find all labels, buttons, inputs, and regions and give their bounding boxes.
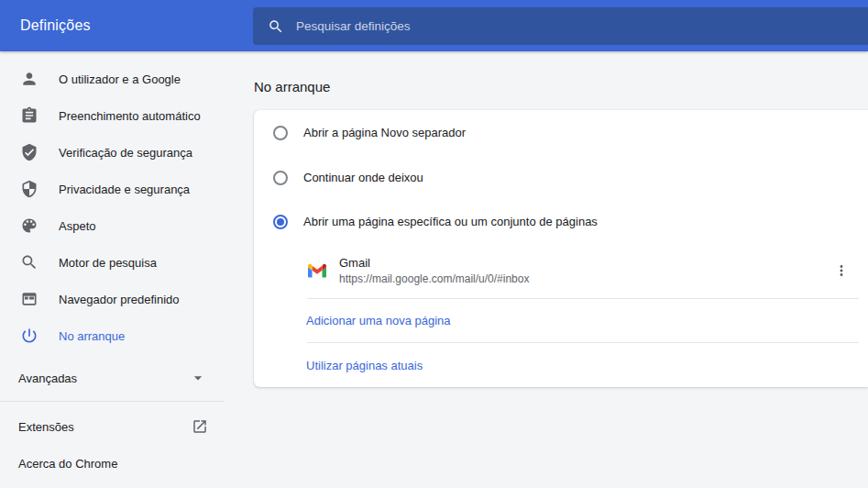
sidebar-advanced-toggle[interactable]: Avançadas	[0, 360, 225, 396]
sidebar-item-label: Navegador predefinido	[59, 293, 180, 306]
startup-option-new-tab[interactable]: Abrir a página Novo separador	[254, 110, 868, 155]
settings-layout: O utilizador e a Google Preenchimento au…	[0, 51, 868, 488]
more-actions-button[interactable]	[830, 260, 852, 282]
radio-button[interactable]	[273, 171, 288, 185]
sidebar-item-search-engine[interactable]: Motor de pesquisa	[0, 244, 225, 281]
gmail-icon	[308, 261, 326, 280]
sidebar-divider	[0, 401, 225, 402]
sidebar-item-label: Preenchimento automático	[59, 109, 201, 123]
shield-icon	[20, 180, 38, 198]
startup-option-specific-pages[interactable]: Abrir uma página específica ou um conjun…	[254, 200, 868, 243]
sidebar-advanced-label: Avançadas	[18, 372, 77, 385]
radio-label: Continuar onde deixou	[303, 171, 423, 184]
sidebar-extensions-label: Extensões	[18, 420, 74, 434]
startup-page-url: https://mail.google.com/mail/u/0/#inbox	[339, 272, 830, 285]
sidebar-item-label: Verificação de segurança	[59, 146, 192, 160]
sidebar-item-about-chrome[interactable]: Acerca do Chrome	[0, 445, 225, 482]
radio-label: Abrir a página Novo separador	[303, 126, 466, 139]
startup-page-name: Gmail	[339, 256, 830, 270]
search-icon	[20, 253, 38, 272]
chevron-down-icon	[189, 369, 207, 387]
on-startup-card: Abrir a página Novo separador Continuar …	[254, 110, 868, 387]
settings-sidebar: O utilizador e a Google Preenchimento au…	[0, 51, 225, 488]
palette-icon	[20, 216, 38, 235]
search-input[interactable]	[296, 19, 868, 33]
clipboard-icon	[20, 106, 38, 125]
radio-button-selected[interactable]	[273, 215, 288, 229]
sidebar-item-label: No arranque	[59, 329, 125, 343]
search-icon	[268, 18, 284, 35]
startup-option-continue[interactable]: Continuar onde deixou	[254, 155, 868, 200]
sidebar-item-label: Motor de pesquisa	[59, 256, 157, 270]
sidebar-item-label: O utilizador e a Google	[59, 72, 181, 86]
sidebar-item-label: Privacidade e segurança	[59, 183, 190, 196]
sidebar-item-safety-check[interactable]: Verificação de segurança	[0, 134, 225, 171]
browser-icon	[20, 290, 38, 308]
external-link-icon	[192, 418, 208, 435]
radio-label: Abrir uma página específica ou um conjun…	[303, 215, 598, 228]
sidebar-item-you-and-google[interactable]: O utilizador e a Google	[0, 61, 225, 97]
sidebar-item-autofill[interactable]: Preenchimento automático	[0, 97, 225, 134]
page-title: Definições	[20, 17, 91, 34]
settings-content: No arranque Abrir a página Novo separado…	[225, 51, 868, 488]
person-icon	[20, 70, 38, 88]
section-title: No arranque	[254, 79, 868, 95]
sidebar-item-label: Aspeto	[59, 219, 95, 233]
startup-page-row[interactable]: Gmail https://mail.google.com/mail/u/0/#…	[254, 243, 868, 298]
power-icon	[20, 327, 38, 345]
sidebar-item-appearance[interactable]: Aspeto	[0, 207, 225, 244]
radio-button[interactable]	[273, 126, 288, 140]
sidebar-item-extensions[interactable]: Extensões	[0, 408, 225, 445]
startup-page-info: Gmail https://mail.google.com/mail/u/0/#…	[339, 256, 830, 285]
add-new-page-button[interactable]: Adicionar uma nova página	[254, 299, 868, 342]
sidebar-item-privacy[interactable]: Privacidade e segurança	[0, 171, 225, 207]
use-current-pages-button[interactable]: Utilizar páginas atuais	[254, 343, 868, 387]
settings-header: Definições	[0, 0, 868, 51]
sidebar-item-default-browser[interactable]: Navegador predefinido	[0, 281, 225, 317]
settings-search[interactable]	[253, 7, 868, 45]
more-vert-icon	[833, 262, 850, 279]
sidebar-item-on-startup[interactable]: No arranque	[0, 317, 225, 354]
sidebar-about-label: Acerca do Chrome	[18, 457, 117, 471]
shield-check-icon	[20, 143, 38, 161]
